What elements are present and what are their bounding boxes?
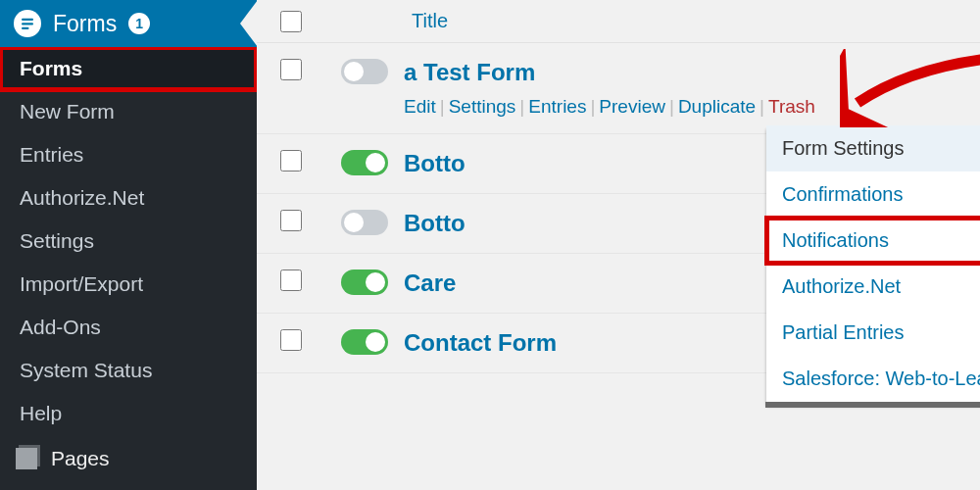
dropdown-item-form-settings[interactable]: Form Settings <box>766 125 980 172</box>
table-row: a Test FormEdit|Settings|Entries|Preview… <box>257 43 980 134</box>
dropdown-item-confirmations[interactable]: Confirmations <box>766 172 980 218</box>
sidebar-item-help[interactable]: Help <box>0 392 257 435</box>
dropdown-item-salesforce-web-to-lead[interactable]: Salesforce: Web-to-Lead <box>766 356 980 402</box>
sidebar-item-pages[interactable]: Pages <box>0 435 257 482</box>
form-active-toggle[interactable] <box>341 210 388 235</box>
dropdown-item-authorize-net[interactable]: Authorize.Net <box>766 264 980 310</box>
sidebar-item-forms[interactable]: Forms <box>0 47 257 90</box>
update-count-badge: 1 <box>128 13 150 34</box>
action-preview[interactable]: Preview <box>599 96 665 117</box>
sidebar-item-new-form[interactable]: New Form <box>0 90 257 133</box>
forms-list-main: Title a Test FormEdit|Settings|Entries|P… <box>257 0 980 490</box>
settings-dropdown: Form SettingsConfirmationsNotificationsA… <box>766 125 980 403</box>
row-checkbox[interactable] <box>280 59 302 80</box>
sidebar-pages-label: Pages <box>51 447 110 470</box>
row-checkbox[interactable] <box>280 270 302 291</box>
action-trash[interactable]: Trash <box>768 96 815 117</box>
action-edit[interactable]: Edit <box>404 96 436 117</box>
action-duplicate[interactable]: Duplicate <box>678 96 756 117</box>
column-header-title[interactable]: Title <box>404 10 448 32</box>
form-title-link[interactable]: Botto <box>404 150 466 176</box>
active-menu-arrow-icon <box>240 0 258 47</box>
svg-rect-0 <box>22 19 33 21</box>
form-title-link[interactable]: a Test Form <box>404 59 535 85</box>
select-all-checkbox[interactable] <box>280 11 302 32</box>
form-active-toggle[interactable] <box>341 329 388 355</box>
form-active-toggle[interactable] <box>341 150 388 175</box>
row-actions: Edit|Settings|Entries|Preview|Duplicate|… <box>404 96 980 118</box>
svg-rect-2 <box>22 27 29 29</box>
table-header: Title <box>257 0 980 43</box>
sidebar-item-add-ons[interactable]: Add-Ons <box>0 306 257 349</box>
sidebar-header-label: Forms <box>53 11 117 37</box>
dropdown-shadow <box>765 402 980 408</box>
row-checkbox[interactable] <box>280 150 302 172</box>
sidebar-item-settings[interactable]: Settings <box>0 220 257 263</box>
form-title-link[interactable]: Care <box>404 270 456 296</box>
sidebar-item-authorize-net[interactable]: Authorize.Net <box>0 176 257 220</box>
gravity-forms-icon <box>14 10 41 37</box>
sidebar-header-forms[interactable]: Forms 1 <box>0 0 257 47</box>
form-title-link[interactable]: Contact Form <box>404 329 557 356</box>
action-settings[interactable]: Settings <box>449 96 516 117</box>
svg-rect-1 <box>22 23 33 24</box>
action-entries[interactable]: Entries <box>528 96 586 117</box>
form-title-link[interactable]: Botto <box>404 210 466 236</box>
row-checkbox[interactable] <box>280 210 302 231</box>
sidebar-item-system-status[interactable]: System Status <box>0 349 257 392</box>
admin-sidebar: Forms 1 FormsNew FormEntriesAuthorize.Ne… <box>0 0 257 490</box>
form-active-toggle[interactable] <box>341 270 388 295</box>
form-active-toggle[interactable] <box>341 59 388 84</box>
dropdown-item-notifications[interactable]: Notifications <box>766 218 980 264</box>
dropdown-item-partial-entries[interactable]: Partial Entries <box>766 310 980 356</box>
pages-icon <box>16 448 37 469</box>
row-checkbox[interactable] <box>280 329 302 351</box>
sidebar-item-entries[interactable]: Entries <box>0 133 257 176</box>
sidebar-item-import-export[interactable]: Import/Export <box>0 263 257 306</box>
